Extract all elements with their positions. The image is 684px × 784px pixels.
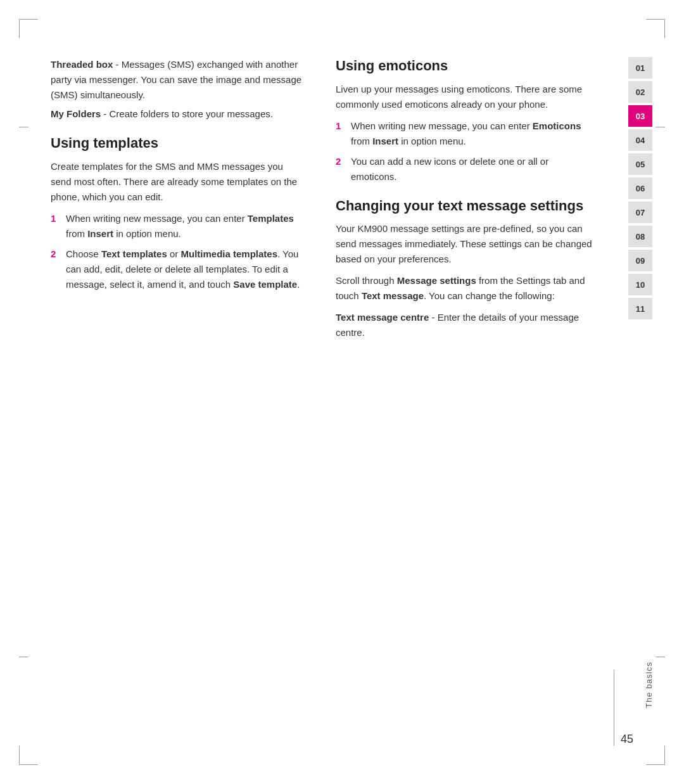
nav-item-10[interactable]: 10 <box>628 274 652 295</box>
emoticons-list-content-1: When writing new message, you can enter … <box>351 119 595 149</box>
text-message-bold: Text message <box>362 290 424 301</box>
side-label: The basics <box>644 662 654 708</box>
emoticons-insert-bold: Insert <box>372 136 398 146</box>
list-number-1: 1 <box>51 211 61 226</box>
nav-item-01[interactable]: 01 <box>628 57 652 79</box>
changing-settings-heading: Changing your text message settings <box>336 197 595 215</box>
nav-item-07[interactable]: 07 <box>628 202 652 223</box>
my-folders-text: - Create folders to store your messages. <box>101 108 273 119</box>
page: Threaded box - Messages (SMS) exchanged … <box>0 0 684 784</box>
corner-mark-br <box>646 746 665 765</box>
emoticons-list: 1 When writing new message, you can ente… <box>336 119 595 184</box>
nav-item-04[interactable]: 04 <box>628 129 652 151</box>
list-content-2: Choose Text templates or Multimedia temp… <box>66 247 304 292</box>
emoticons-bold: Emoticons <box>533 120 581 131</box>
corner-mark-bl <box>19 746 38 765</box>
changing-settings-para1: Your KM900 message settings are pre-defi… <box>336 221 595 267</box>
templates-list: 1 When writing new message, you can ente… <box>51 211 304 292</box>
tick-right-top <box>656 127 665 127</box>
vertical-divider <box>614 670 614 746</box>
list-number-2: 2 <box>51 247 61 262</box>
using-emoticons-heading: Using emoticons <box>336 57 595 75</box>
nav-item-11[interactable]: 11 <box>628 298 652 319</box>
tick-left-top <box>19 127 28 127</box>
right-column: Using emoticons Liven up your messages u… <box>323 57 633 727</box>
corner-mark-tr <box>646 19 665 38</box>
text-message-centre-para: Text message centre - Enter the details … <box>336 310 595 340</box>
content-area: Threaded box - Messages (SMS) exchanged … <box>51 57 633 727</box>
tick-left-bottom <box>19 657 28 657</box>
threaded-box-intro: Threaded box - Messages (SMS) exchanged … <box>51 57 304 103</box>
templates-bold: Templates <box>248 213 294 224</box>
text-templates-bold: Text templates <box>101 248 167 259</box>
changing-settings-para2: Scroll through Message settings from the… <box>336 273 595 304</box>
list-item: 2 You can add a new icons or delete one … <box>336 154 595 184</box>
multimedia-templates-bold: Multimedia templates <box>181 248 278 259</box>
text-message-centre-label: Text message centre <box>336 312 429 323</box>
insert-bold: Insert <box>87 228 113 239</box>
threaded-box-label: Threaded box <box>51 59 113 70</box>
message-settings-bold: Message settings <box>397 275 476 286</box>
emoticons-list-number-2: 2 <box>336 154 346 169</box>
list-content-1: When writing new message, you can enter … <box>66 211 304 241</box>
using-templates-heading: Using templates <box>51 134 304 153</box>
using-templates-intro: Create templates for the SMS and MMS mes… <box>51 159 304 205</box>
tick-right-bottom <box>656 657 665 657</box>
list-item: 1 When writing new message, you can ente… <box>336 119 595 149</box>
using-emoticons-intro: Liven up your messages using emoticons. … <box>336 82 595 112</box>
list-item: 2 Choose Text templates or Multimedia te… <box>51 247 304 292</box>
side-nav: 01 02 03 04 05 06 07 08 09 10 11 <box>628 57 652 319</box>
nav-item-03[interactable]: 03 <box>628 105 652 127</box>
my-folders-intro: My Folders - Create folders to store you… <box>51 106 304 122</box>
emoticons-list-number-1: 1 <box>336 119 346 134</box>
emoticons-list-content-2: You can add a new icons or delete one or… <box>351 154 595 184</box>
my-folders-label: My Folders <box>51 108 101 119</box>
corner-mark-tl <box>19 19 38 38</box>
left-column: Threaded box - Messages (SMS) exchanged … <box>51 57 323 727</box>
nav-item-08[interactable]: 08 <box>628 226 652 247</box>
save-template-bold: Save template <box>233 279 297 290</box>
nav-item-09[interactable]: 09 <box>628 250 652 271</box>
page-number: 45 <box>621 733 633 746</box>
nav-item-02[interactable]: 02 <box>628 81 652 103</box>
list-item: 1 When writing new message, you can ente… <box>51 211 304 241</box>
nav-item-06[interactable]: 06 <box>628 177 652 199</box>
nav-item-05[interactable]: 05 <box>628 153 652 175</box>
